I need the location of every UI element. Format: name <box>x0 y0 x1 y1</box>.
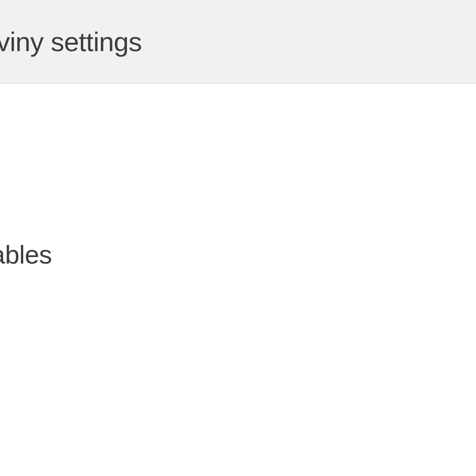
spacer <box>0 179 476 221</box>
settings-list: , ables r pe <box>0 84 476 476</box>
list-item[interactable]: r <box>0 363 476 430</box>
list-item[interactable]: pe <box>0 472 476 476</box>
spacer <box>0 288 476 363</box>
settings-header: iviny settings <box>0 0 476 84</box>
list-item-label: ables <box>0 240 52 269</box>
page-title: iviny settings <box>0 26 142 57</box>
list-item[interactable]: , <box>0 112 476 179</box>
spacer <box>0 430 476 472</box>
list-item[interactable]: ables <box>0 221 476 288</box>
